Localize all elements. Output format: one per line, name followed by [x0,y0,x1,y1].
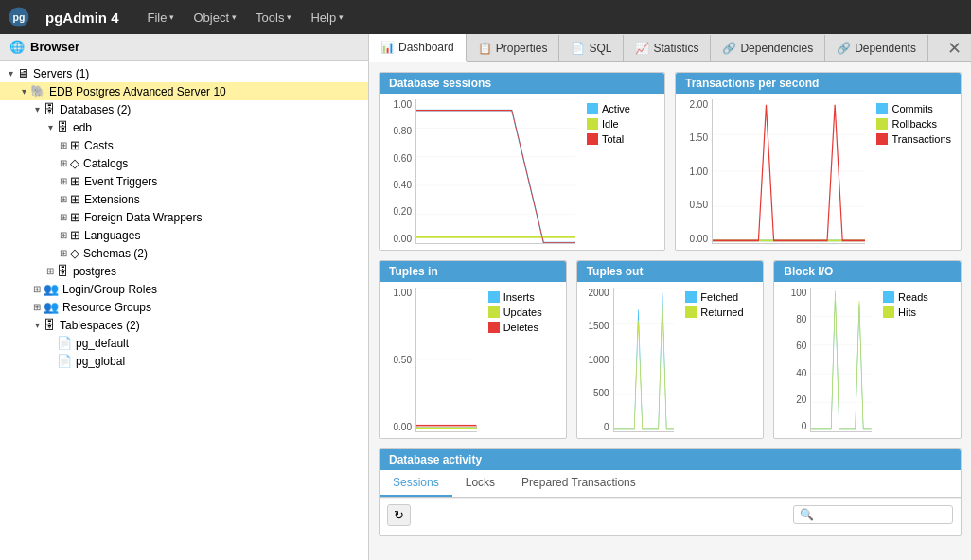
legend-updates: Updates [488,306,556,318]
tab-label: Statistics [653,42,698,55]
activity-tab-prepared[interactable]: Prepared Transactions [508,470,649,497]
search-icon: 🔍 [800,508,814,521]
tree-item-edb[interactable]: ▾ 🗄 edb [0,118,368,136]
tree-item-extensions[interactable]: ⊞ ⊞ Extensions [0,190,368,208]
tuples-out-body: 2000 1500 1000 500 0 [577,282,764,438]
activity-toolbar: ↻ 🔍 [380,498,961,532]
menu-object[interactable]: Object ▾ [184,5,246,30]
tree-item-login/group-roles[interactable]: ⊞ 👥 Login/Group Roles [0,280,368,298]
activity-tab-sessions[interactable]: Sessions [380,470,452,497]
tab-icon: 📊 [380,41,395,54]
transactions-area: 2.001.501.000.500.00 [681,99,865,244]
file-menu-arrow: ▾ [169,12,174,22]
block-io-plot [810,288,872,432]
tree-item-foreign-data-wrappers[interactable]: ⊞ ⊞ Foreign Data Wrappers [0,208,368,226]
menubar: pg pgAdmin 4 File ▾ Object ▾ Tools ▾ Hel… [0,0,971,34]
tab-properties[interactable]: 📋 Properties [467,35,560,61]
tab-sql[interactable]: 📄 SQL [559,35,624,61]
svg-text:pg: pg [13,11,26,23]
menu-help[interactable]: Help ▾ [301,5,353,30]
legend-idle-label: Idle [602,118,619,130]
tab-dependencies[interactable]: 🔗 Dependencies [711,35,825,61]
tree-item-catalogs[interactable]: ⊞ ◇ Catalogs [0,154,368,172]
tree-item-resource-groups[interactable]: ⊞ 👥 Resource Groups [0,298,368,316]
tree-item-languages[interactable]: ⊞ ⊞ Languages [0,226,368,244]
tree-item-casts[interactable]: ⊞ ⊞ Casts [0,136,368,154]
tuples-in-body: 1.00 0.50 0.00 [380,282,566,438]
browser-header: 🌐 Browser [0,34,368,61]
legend-idle-color [587,118,598,130]
db-sessions-area: 1.000.800.600.400.200.00 [385,99,575,244]
tab-label: Properties [496,42,548,55]
legend-deletes: Deletes [488,322,556,333]
panel-close-button[interactable]: ✕ [938,38,971,59]
help-menu-arrow: ▾ [339,12,344,22]
tab-icon: 📄 [571,42,585,55]
tab-icon: 📈 [635,42,649,55]
legend-rollbacks-label: Rollbacks [892,118,937,130]
object-menu-arrow: ▾ [232,12,237,22]
activity-refresh-button[interactable]: ↻ [387,504,411,526]
tuples-out-chart: Tuples out 2000 1500 1000 500 0 [576,260,765,439]
block-io-legend: Reads Hits [879,288,955,432]
db-sessions-chart: Database sessions 1.000.800.600.400.200.… [379,72,665,251]
tree-item-schemas-(2)[interactable]: ⊞ ◇ Schemas (2) [0,244,368,262]
tab-label: Dependents [855,42,916,55]
tab-icon: 🔗 [837,42,851,55]
browser-tree: ▾ 🖥 Servers (1) ▾ 🐘 EDB Postgres Advance… [0,61,368,560]
legend-transactions: Transactions [876,133,951,145]
tabs-bar: 📊 Dashboard 📋 Properties 📄 SQL 📈 Statist… [369,34,971,62]
block-io-y-axis: 100 80 60 40 20 0 [780,288,810,432]
tab-dashboard[interactable]: 📊 Dashboard [369,34,467,62]
legend-commits: Commits [876,103,951,114]
search-input[interactable] [814,508,946,521]
tuples-out-y-axis: 2000 1500 1000 500 0 [583,288,613,432]
activity-title: Database activity [380,449,961,470]
legend-total-color [587,133,598,145]
block-io-chart: Block I/O 100 80 60 40 20 0 [773,260,962,439]
tuples-in-legend: Inserts Updates Deletes [485,288,560,432]
legend-active-label: Active [602,103,630,114]
tree-item-servers-(1)[interactable]: ▾ 🖥 Servers (1) [0,64,368,82]
transactions-y-axis: 2.001.501.000.500.00 [681,99,712,244]
legend-total: Total [587,133,655,145]
transactions-chart: Transactions per second 2.001.501.000.50… [675,72,962,251]
browser-title: Browser [30,40,79,54]
legend-rollbacks-color [876,118,888,130]
app-logo: pg [8,6,30,28]
transactions-plot [712,99,865,244]
legend-returned: Returned [685,306,753,318]
tab-statistics[interactable]: 📈 Statistics [624,35,711,61]
tuples-in-title: Tuples in [380,261,566,282]
activity-tab-locks[interactable]: Locks [452,470,508,497]
browser-panel: 🌐 Browser ▾ 🖥 Servers (1) ▾ 🐘 EDB Postgr… [0,34,369,560]
tree-item-postgres[interactable]: ⊞ 🗄 postgres [0,262,368,280]
tab-label: SQL [589,42,611,55]
db-sessions-plot [415,99,575,244]
block-io-area: 100 80 60 40 20 0 [780,288,872,432]
tree-item-edb-postgres-advanced-server-1[interactable]: ▾ 🐘 EDB Postgres Advanced Server 10 [0,82,368,100]
activity-search: 🔍 [793,505,953,524]
transactions-legend: Commits Rollbacks Transactions [873,99,955,244]
legend-idle: Idle [587,118,655,130]
main-layout: 🌐 Browser ▾ 🖥 Servers (1) ▾ 🐘 EDB Postgr… [0,34,971,560]
tree-item-event-triggers[interactable]: ⊞ ⊞ Event Triggers [0,172,368,190]
tree-item-tablespaces-(2)[interactable]: ▾ 🗄 Tablespaces (2) [0,316,368,334]
database-activity-card: Database activity Sessions Locks Prepare… [379,448,962,537]
tools-menu-arrow: ▾ [287,12,291,22]
legend-reads: Reads [883,291,951,303]
tab-icon: 🔗 [722,42,736,55]
tab-dependents[interactable]: 🔗 Dependents [825,35,928,61]
legend-transactions-color [876,133,888,145]
tree-item-pg_default[interactable]: 📄 pg_default [0,334,368,352]
menu-file[interactable]: File ▾ [138,5,185,30]
tree-item-databases-(2)[interactable]: ▾ 🗄 Databases (2) [0,100,368,118]
menu-tools[interactable]: Tools ▾ [246,5,301,30]
dashboard-content: Database sessions 1.000.800.600.400.200.… [369,62,971,560]
tuples-out-area: 2000 1500 1000 500 0 [583,288,675,432]
db-sessions-title: Database sessions [380,73,664,94]
tuples-out-plot [613,288,675,432]
browser-icon: 🌐 [9,40,25,54]
tree-item-pg_global[interactable]: 📄 pg_global [0,352,368,370]
legend-inserts: Inserts [488,291,556,303]
